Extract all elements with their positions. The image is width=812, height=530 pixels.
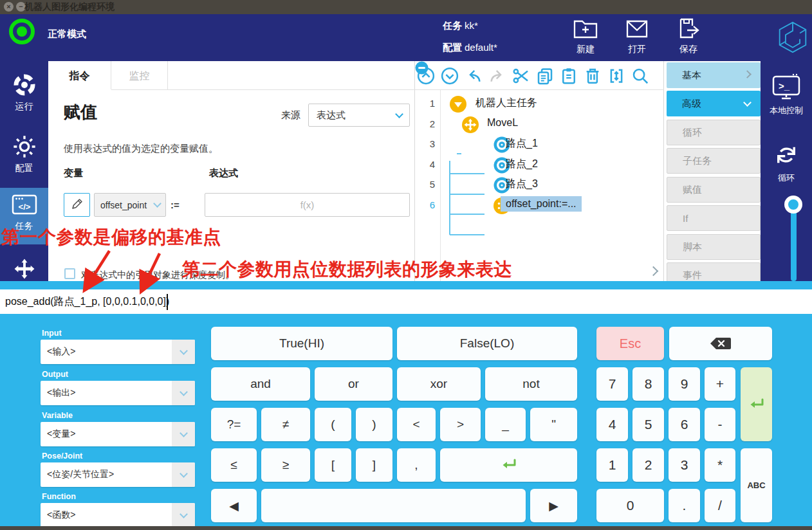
save-task-button[interactable]: 保存: [669, 17, 708, 55]
key--[interactable]: -: [705, 408, 735, 441]
key-symbol-8[interactable]: ": [530, 408, 577, 441]
key-backspace[interactable]: [669, 327, 772, 360]
expression-edit-bar[interactable]: pose_add(路点_1_p, [0,0,0.1,0,0,0]): [0, 289, 812, 314]
key-and[interactable]: and: [211, 367, 310, 401]
key-2[interactable]: 2: [632, 448, 664, 482]
tree-item-label[interactable]: 路点_3: [501, 176, 543, 193]
key-9[interactable]: 9: [669, 367, 700, 401]
key-cursor-right[interactable]: ▶: [530, 489, 577, 522]
key-symbol-r4-5[interactable]: ,: [397, 448, 436, 482]
sidebar-config-label: 配置: [0, 163, 48, 174]
new-task-button[interactable]: 新建: [566, 17, 605, 55]
key-symbol-1[interactable]: ?=: [211, 408, 257, 441]
local-control-button[interactable]: >_ 本地控制: [761, 73, 812, 116]
speed-slider-knob[interactable]: [784, 196, 802, 214]
chevron-down-icon: [389, 104, 409, 126]
key-enter-wide[interactable]: [440, 448, 577, 482]
key-enter[interactable]: [741, 367, 772, 441]
tab-instruction[interactable]: 指令: [48, 61, 111, 90]
text-cursor: [167, 294, 168, 310]
window-close-button[interactable]: ×: [4, 2, 14, 12]
tree-item-label[interactable]: 机器人主任务: [470, 95, 542, 112]
key-+[interactable]: +: [705, 367, 735, 401]
key-cursor-left[interactable]: ◀: [211, 489, 257, 522]
selector-dropdown-3[interactable]: <变量>: [41, 422, 195, 446]
key-xor[interactable]: xor: [397, 367, 481, 401]
library-item-7[interactable]: 脚本: [667, 234, 761, 260]
key-symbol-5[interactable]: <: [397, 408, 436, 441]
library-item-6[interactable]: If: [667, 205, 761, 231]
deep-copy-checkbox[interactable]: [64, 268, 75, 279]
key-symbol-2[interactable]: ≠: [261, 408, 310, 441]
key-5[interactable]: 5: [632, 408, 664, 441]
selector-dropdown-1[interactable]: <输入>: [41, 340, 195, 364]
right-sidebar: >_ 本地控制 循环: [761, 61, 812, 281]
library-item-3[interactable]: 循环: [667, 120, 761, 145]
expression-value: pose_add(路点_1_p, [0,0,0.1,0,0,0]): [5, 289, 169, 314]
key-4[interactable]: 4: [596, 408, 628, 441]
tree-item-label[interactable]: 路点_1: [501, 135, 543, 152]
key-symbol-r4-3[interactable]: [: [315, 448, 351, 482]
key-false-lo[interactable]: False(LO): [397, 327, 577, 360]
tab-monitor[interactable]: 监控: [111, 61, 167, 90]
key-3[interactable]: 3: [669, 448, 700, 482]
open-task-button[interactable]: 打开: [618, 17, 656, 55]
source-dropdown-value: 表达式: [317, 104, 346, 126]
chevron-down-icon: [172, 381, 195, 405]
key-esc[interactable]: Esc: [596, 327, 664, 360]
library-item-2[interactable]: 高级: [667, 91, 761, 116]
loop-label: 循环: [761, 172, 812, 184]
tree-item-label[interactable]: MoveL: [482, 115, 523, 131]
key-0[interactable]: 0: [596, 489, 664, 522]
config-value: default*: [465, 42, 497, 53]
sidebar-item-move[interactable]: [0, 257, 48, 283]
key-symbol-3[interactable]: (: [315, 408, 351, 441]
key-1[interactable]: 1: [596, 448, 628, 482]
config-label: 配置: [443, 42, 462, 54]
key-*[interactable]: *: [705, 448, 735, 482]
loop-mode-button[interactable]: 循环: [761, 142, 812, 184]
save-label: 保存: [669, 44, 708, 55]
sidebar-item-run[interactable]: 运行: [0, 72, 48, 113]
tree-collapse-minus-icon[interactable]: [415, 61, 429, 75]
key-symbol-4[interactable]: ): [356, 408, 392, 441]
selector-dropdown-5[interactable]: <函数>: [41, 503, 195, 527]
key-not[interactable]: not: [485, 367, 577, 401]
tree-item-label[interactable]: offset_point:=...: [501, 196, 582, 212]
sidebar-item-config[interactable]: 配置: [0, 134, 48, 174]
variable-dropdown[interactable]: offset_point: [94, 193, 166, 217]
selector-label-output: Output: [42, 370, 68, 379]
key-true-hi[interactable]: True(HI): [211, 327, 392, 360]
selector-dropdown-2[interactable]: <输出>: [41, 381, 195, 405]
svg-text:</>: </>: [18, 202, 30, 212]
task-tree-panel: 1机器人主任务2MoveL3路点_14路点_25路点_36offset_poin…: [415, 61, 664, 281]
key-dot[interactable]: .: [669, 489, 700, 522]
key-symbol-r4-4[interactable]: ]: [356, 448, 392, 482]
key-symbol-r4-1[interactable]: ≤: [211, 448, 257, 482]
key-7[interactable]: 7: [596, 367, 628, 401]
source-dropdown[interactable]: 表达式: [308, 104, 410, 127]
key-or[interactable]: or: [315, 367, 392, 401]
page-title: 赋值: [64, 101, 97, 123]
library-item-1[interactable]: 基本: [667, 62, 761, 88]
key-8[interactable]: 8: [632, 367, 664, 401]
key-abc[interactable]: ABC: [741, 448, 772, 522]
speed-slider-track[interactable]: [791, 205, 797, 281]
tree-item-label[interactable]: 路点_2: [501, 156, 543, 173]
selector-label-input: Input: [42, 329, 62, 338]
selector-dropdown-4[interactable]: <位姿/关节位置>: [41, 462, 195, 487]
key-space[interactable]: [261, 489, 526, 522]
key-symbol-r4-2[interactable]: ≥: [261, 448, 310, 482]
panel-collapse-icon[interactable]: [650, 266, 657, 277]
key-6[interactable]: 6: [669, 408, 700, 441]
rename-variable-button[interactable]: [64, 193, 90, 217]
library-item-label: 子任务: [683, 155, 712, 167]
app-window: × − 机器人图形化编程环境 正常模式 任务 kk* 配置 default* 新…: [0, 0, 812, 530]
key-slash[interactable]: /: [705, 489, 735, 522]
library-item-4[interactable]: 子任务: [667, 148, 761, 174]
expression-label: 表达式: [209, 167, 238, 179]
key-symbol-6[interactable]: >: [440, 408, 481, 441]
library-item-5[interactable]: 赋值: [667, 177, 761, 203]
key-symbol-7[interactable]: _: [485, 408, 526, 441]
expression-input[interactable]: [205, 193, 410, 217]
